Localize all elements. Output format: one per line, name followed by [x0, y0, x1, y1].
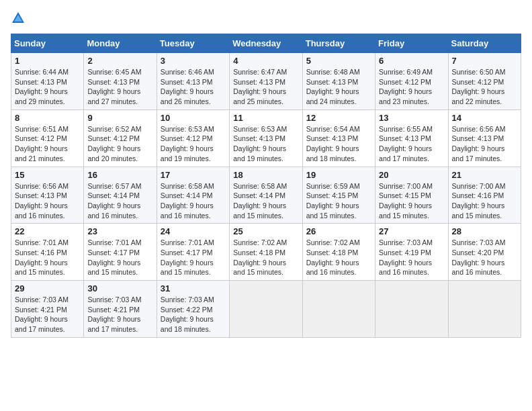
- weekday-header: Thursday: [302, 34, 375, 53]
- day-number: 20: [379, 170, 444, 180]
- calendar-cell: [375, 281, 448, 338]
- day-number: 6: [379, 56, 444, 66]
- calendar-week-row: 22Sunrise: 7:01 AMSunset: 4:16 PMDayligh…: [11, 224, 521, 281]
- page-header: [11, 11, 521, 26]
- calendar-week-row: 29Sunrise: 7:03 AMSunset: 4:21 PMDayligh…: [11, 281, 521, 338]
- calendar-cell: 24Sunrise: 7:01 AMSunset: 4:17 PMDayligh…: [157, 224, 229, 281]
- day-number: 16: [87, 170, 152, 180]
- day-number: 5: [306, 56, 371, 66]
- calendar-cell: 31Sunrise: 7:03 AMSunset: 4:22 PMDayligh…: [157, 281, 229, 338]
- calendar-cell: 26Sunrise: 7:02 AMSunset: 4:18 PMDayligh…: [302, 224, 375, 281]
- day-info: Sunrise: 6:55 AMSunset: 4:13 PMDaylight:…: [379, 124, 444, 164]
- day-number: 10: [161, 113, 226, 123]
- day-info: Sunrise: 6:50 AMSunset: 4:12 PMDaylight:…: [452, 67, 517, 107]
- day-info: Sunrise: 7:02 AMSunset: 4:18 PMDaylight:…: [233, 238, 298, 277]
- calendar-cell: 28Sunrise: 7:03 AMSunset: 4:20 PMDayligh…: [448, 224, 521, 281]
- calendar-cell: 13Sunrise: 6:55 AMSunset: 4:13 PMDayligh…: [375, 109, 448, 167]
- calendar-cell: 5Sunrise: 6:48 AMSunset: 4:13 PMDaylight…: [302, 53, 375, 110]
- day-number: 28: [452, 226, 517, 236]
- day-info: Sunrise: 6:57 AMSunset: 4:14 PMDaylight:…: [87, 181, 152, 221]
- day-info: Sunrise: 7:01 AMSunset: 4:16 PMDaylight:…: [15, 238, 80, 277]
- day-number: 25: [233, 226, 298, 236]
- day-info: Sunrise: 6:53 AMSunset: 4:13 PMDaylight:…: [233, 124, 298, 164]
- calendar-cell: 1Sunrise: 6:44 AMSunset: 4:13 PMDaylight…: [11, 53, 84, 110]
- day-info: Sunrise: 7:01 AMSunset: 4:17 PMDaylight:…: [87, 238, 152, 277]
- day-info: Sunrise: 6:44 AMSunset: 4:13 PMDaylight:…: [15, 67, 80, 107]
- day-info: Sunrise: 6:56 AMSunset: 4:13 PMDaylight:…: [15, 181, 80, 221]
- day-number: 8: [15, 113, 80, 123]
- calendar-cell: 22Sunrise: 7:01 AMSunset: 4:16 PMDayligh…: [11, 224, 84, 281]
- day-info: Sunrise: 6:58 AMSunset: 4:14 PMDaylight:…: [161, 181, 226, 221]
- day-info: Sunrise: 7:03 AMSunset: 4:19 PMDaylight:…: [379, 238, 444, 277]
- calendar-cell: 19Sunrise: 6:59 AMSunset: 4:15 PMDayligh…: [302, 167, 375, 224]
- day-number: 27: [379, 226, 444, 236]
- weekday-header-row: SundayMondayTuesdayWednesdayThursdayFrid…: [11, 34, 521, 53]
- day-number: 21: [452, 170, 517, 180]
- day-info: Sunrise: 6:51 AMSunset: 4:12 PMDaylight:…: [15, 124, 80, 164]
- calendar-cell: [448, 281, 521, 338]
- day-info: Sunrise: 6:45 AMSunset: 4:13 PMDaylight:…: [87, 67, 152, 107]
- day-number: 14: [452, 113, 517, 123]
- calendar-cell: 4Sunrise: 6:47 AMSunset: 4:13 PMDaylight…: [230, 53, 302, 110]
- calendar-cell: 12Sunrise: 6:54 AMSunset: 4:13 PMDayligh…: [302, 109, 375, 167]
- day-info: Sunrise: 6:48 AMSunset: 4:13 PMDaylight:…: [306, 67, 371, 107]
- weekday-header: Tuesday: [157, 34, 229, 53]
- day-number: 31: [161, 283, 226, 293]
- day-number: 1: [15, 56, 80, 66]
- calendar-cell: 23Sunrise: 7:01 AMSunset: 4:17 PMDayligh…: [84, 224, 157, 281]
- day-info: Sunrise: 6:54 AMSunset: 4:13 PMDaylight:…: [306, 124, 371, 164]
- calendar-cell: [230, 281, 302, 338]
- calendar-cell: 2Sunrise: 6:45 AMSunset: 4:13 PMDaylight…: [84, 53, 157, 110]
- calendar-cell: 29Sunrise: 7:03 AMSunset: 4:21 PMDayligh…: [11, 281, 84, 338]
- weekday-header: Saturday: [448, 34, 521, 53]
- day-info: Sunrise: 7:00 AMSunset: 4:16 PMDaylight:…: [452, 181, 517, 221]
- day-info: Sunrise: 6:58 AMSunset: 4:14 PMDaylight:…: [233, 181, 298, 221]
- day-info: Sunrise: 7:03 AMSunset: 4:21 PMDaylight:…: [15, 295, 80, 334]
- calendar-cell: 21Sunrise: 7:00 AMSunset: 4:16 PMDayligh…: [448, 167, 521, 224]
- day-number: 15: [15, 170, 80, 180]
- calendar-cell: 17Sunrise: 6:58 AMSunset: 4:14 PMDayligh…: [157, 167, 229, 224]
- day-info: Sunrise: 6:56 AMSunset: 4:13 PMDaylight:…: [452, 124, 517, 164]
- day-number: 2: [87, 56, 152, 66]
- calendar-cell: 3Sunrise: 6:46 AMSunset: 4:13 PMDaylight…: [157, 53, 229, 110]
- day-info: Sunrise: 6:53 AMSunset: 4:12 PMDaylight:…: [161, 124, 226, 164]
- day-number: 18: [233, 170, 298, 180]
- day-number: 23: [87, 226, 152, 236]
- weekday-header: Monday: [84, 34, 157, 53]
- logo: [11, 11, 27, 26]
- day-number: 3: [161, 56, 226, 66]
- day-number: 9: [87, 113, 152, 123]
- calendar-week-row: 8Sunrise: 6:51 AMSunset: 4:12 PMDaylight…: [11, 109, 521, 167]
- calendar-cell: 6Sunrise: 6:49 AMSunset: 4:12 PMDaylight…: [375, 53, 448, 110]
- day-number: 11: [233, 113, 298, 123]
- calendar-cell: 30Sunrise: 7:03 AMSunset: 4:21 PMDayligh…: [84, 281, 157, 338]
- day-info: Sunrise: 6:49 AMSunset: 4:12 PMDaylight:…: [379, 67, 444, 107]
- calendar-cell: 16Sunrise: 6:57 AMSunset: 4:14 PMDayligh…: [84, 167, 157, 224]
- day-info: Sunrise: 6:52 AMSunset: 4:12 PMDaylight:…: [87, 124, 152, 164]
- day-number: 30: [87, 283, 152, 293]
- day-number: 12: [306, 113, 371, 123]
- calendar-cell: 25Sunrise: 7:02 AMSunset: 4:18 PMDayligh…: [230, 224, 302, 281]
- calendar-cell: [302, 281, 375, 338]
- calendar-cell: 10Sunrise: 6:53 AMSunset: 4:12 PMDayligh…: [157, 109, 229, 167]
- weekday-header: Friday: [375, 34, 448, 53]
- day-number: 7: [452, 56, 517, 66]
- day-number: 22: [15, 226, 80, 236]
- calendar-cell: 15Sunrise: 6:56 AMSunset: 4:13 PMDayligh…: [11, 167, 84, 224]
- calendar-cell: 18Sunrise: 6:58 AMSunset: 4:14 PMDayligh…: [230, 167, 302, 224]
- logo-icon: [11, 11, 26, 26]
- day-number: 17: [161, 170, 226, 180]
- day-number: 4: [233, 56, 298, 66]
- calendar-cell: 14Sunrise: 6:56 AMSunset: 4:13 PMDayligh…: [448, 109, 521, 167]
- day-info: Sunrise: 7:03 AMSunset: 4:20 PMDaylight:…: [452, 238, 517, 277]
- day-number: 13: [379, 113, 444, 123]
- day-number: 24: [161, 226, 226, 236]
- day-info: Sunrise: 7:03 AMSunset: 4:21 PMDaylight:…: [87, 295, 152, 334]
- weekday-header: Wednesday: [230, 34, 302, 53]
- day-info: Sunrise: 6:59 AMSunset: 4:15 PMDaylight:…: [306, 181, 371, 221]
- calendar-cell: 11Sunrise: 6:53 AMSunset: 4:13 PMDayligh…: [230, 109, 302, 167]
- calendar-week-row: 1Sunrise: 6:44 AMSunset: 4:13 PMDaylight…: [11, 53, 521, 110]
- calendar-cell: 9Sunrise: 6:52 AMSunset: 4:12 PMDaylight…: [84, 109, 157, 167]
- day-number: 19: [306, 170, 371, 180]
- day-info: Sunrise: 6:46 AMSunset: 4:13 PMDaylight:…: [161, 67, 226, 107]
